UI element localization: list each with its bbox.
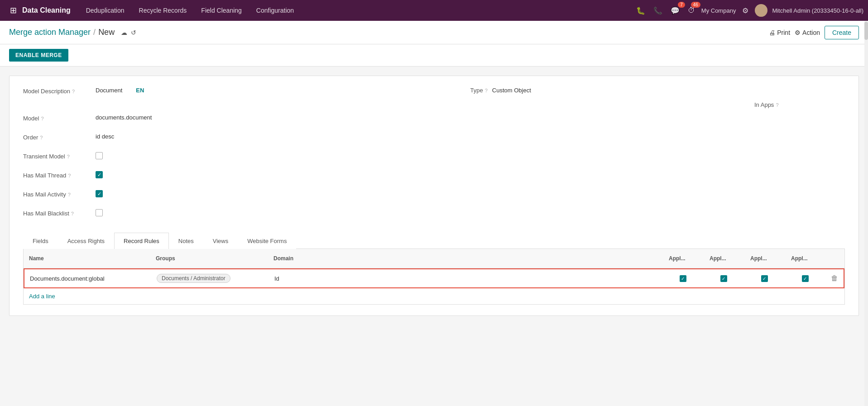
order-label: Order ? bbox=[23, 133, 96, 141]
has-mail-blacklist-help[interactable]: ? bbox=[71, 211, 74, 216]
col-domain: Domain bbox=[268, 253, 663, 264]
chat-badge-wrap[interactable]: 💬 7 bbox=[669, 5, 681, 17]
has-mail-blacklist-checkbox[interactable] bbox=[96, 209, 103, 216]
col-appl4: Appl... bbox=[786, 253, 826, 264]
type-help[interactable]: ? bbox=[485, 88, 488, 93]
type-col: Type ? Custom Object bbox=[470, 87, 531, 94]
tab-record-rules[interactable]: Record Rules bbox=[114, 233, 169, 249]
language-indicator: EN bbox=[136, 87, 144, 94]
has-mail-thread-row: Has Mail Thread ? bbox=[23, 171, 845, 184]
order-row: Order ? id desc bbox=[23, 133, 845, 146]
has-mail-activity-value bbox=[96, 190, 845, 197]
topnav-menu: Deduplication Recycle Records Field Clea… bbox=[79, 0, 301, 21]
grid-icon[interactable]: ⊞ bbox=[5, 5, 22, 15]
group-badge: Documents / Administrator bbox=[157, 274, 230, 283]
order-help[interactable]: ? bbox=[40, 135, 43, 140]
in-apps-col: In Apps ? bbox=[754, 101, 845, 108]
tab-fields[interactable]: Fields bbox=[23, 233, 58, 249]
tab-views[interactable]: Views bbox=[203, 233, 238, 249]
clock-badge-wrap[interactable]: ⏱ 46 bbox=[686, 5, 697, 16]
chat-badge: 7 bbox=[678, 2, 685, 8]
appl1-checkbox[interactable] bbox=[680, 275, 686, 282]
print-button[interactable]: 🖨 Print bbox=[769, 29, 790, 36]
row-appl1 bbox=[662, 272, 703, 286]
topnav: ⊞ Data Cleaning Deduplication Recycle Re… bbox=[0, 0, 868, 21]
col-groups: Groups bbox=[150, 253, 268, 264]
has-mail-activity-help[interactable]: ? bbox=[68, 192, 71, 197]
appl3-checkbox[interactable] bbox=[761, 275, 768, 282]
delete-icon[interactable]: 🗑 bbox=[831, 274, 838, 282]
table-row[interactable]: Documents.document:global Documents / Ad… bbox=[24, 268, 844, 288]
model-value: documents.document bbox=[96, 114, 845, 121]
has-mail-blacklist-row: Has Mail Blacklist ? bbox=[23, 209, 845, 222]
avatar[interactable] bbox=[755, 4, 767, 17]
add-line-button[interactable]: Add a line bbox=[24, 288, 844, 304]
row-name: Documents.document:global bbox=[24, 272, 151, 286]
brand-label: Data Cleaning bbox=[22, 6, 79, 14]
user-name[interactable]: Mitchell Admin (20333450-16-0-all) bbox=[772, 7, 863, 14]
has-mail-activity-checkbox[interactable] bbox=[96, 190, 103, 197]
menu-configuration[interactable]: Configuration bbox=[249, 0, 301, 21]
has-mail-thread-checkbox[interactable] bbox=[96, 171, 103, 178]
tab-access-rights[interactable]: Access Rights bbox=[58, 233, 114, 249]
transient-model-checkbox-wrap bbox=[96, 152, 103, 159]
svg-point-1 bbox=[757, 13, 766, 17]
row-delete: 🗑 bbox=[825, 271, 844, 286]
bug-icon[interactable]: 🐛 bbox=[634, 5, 647, 17]
row-group: Documents / Administrator bbox=[151, 270, 269, 287]
gear-icon: ⚙ bbox=[795, 29, 801, 36]
scroll-thumb[interactable] bbox=[864, 22, 868, 40]
model-description-help[interactable]: ? bbox=[72, 89, 75, 94]
tab-website-forms[interactable]: Website Forms bbox=[238, 233, 296, 249]
row-appl4 bbox=[785, 272, 825, 286]
tabs-bar: Fields Access Rights Record Rules Notes … bbox=[23, 233, 845, 249]
menu-field-cleaning[interactable]: Field Cleaning bbox=[194, 0, 249, 21]
scroll-track bbox=[864, 21, 868, 406]
enable-merge-button[interactable]: ENABLE MERGE bbox=[9, 49, 68, 62]
main-content: Model Description ? Document EN Type ? C… bbox=[0, 67, 868, 406]
transient-model-checkbox[interactable] bbox=[96, 152, 103, 159]
action-button[interactable]: ⚙ Action bbox=[795, 29, 820, 36]
appl4-checkbox[interactable] bbox=[802, 275, 809, 282]
row-appl2 bbox=[703, 272, 744, 286]
topnav-right: 🐛 📞 💬 7 ⏱ 46 My Company ⚙ Mitchell Admin… bbox=[634, 4, 863, 17]
in-apps-row: In Apps ? bbox=[23, 101, 845, 114]
has-mail-thread-label: Has Mail Thread ? bbox=[23, 171, 96, 179]
col-delete bbox=[826, 253, 844, 264]
record-rules-table: Name Groups Domain Appl... Appl... Appl.… bbox=[23, 249, 845, 305]
settings-icon[interactable]: ⚙ bbox=[740, 5, 750, 17]
menu-recycle-records[interactable]: Recycle Records bbox=[132, 0, 194, 21]
transient-model-value bbox=[96, 152, 845, 159]
breadcrumb-current: New bbox=[98, 28, 115, 37]
transient-model-help[interactable]: ? bbox=[67, 154, 70, 159]
appl2-checkbox[interactable] bbox=[720, 275, 727, 282]
model-label: Model ? bbox=[23, 114, 96, 122]
clock-badge: 46 bbox=[691, 2, 700, 8]
svg-point-0 bbox=[758, 6, 764, 11]
tab-notes[interactable]: Notes bbox=[169, 233, 203, 249]
row-appl3 bbox=[744, 272, 785, 286]
col-appl1: Appl... bbox=[663, 253, 704, 264]
print-icon: 🖨 bbox=[769, 29, 775, 36]
phone-icon[interactable]: 📞 bbox=[652, 5, 664, 17]
has-mail-blacklist-label: Has Mail Blacklist ? bbox=[23, 209, 96, 217]
breadcrumb-link[interactable]: Merge action Manager bbox=[9, 28, 91, 37]
form-card: Model Description ? Document EN Type ? C… bbox=[9, 76, 859, 316]
subheader: Merge action Manager / New ☁ ↺ 🖨 Print ⚙… bbox=[0, 21, 868, 44]
cloud-icon[interactable]: ☁ bbox=[121, 29, 127, 36]
spacer1 bbox=[23, 101, 96, 102]
subheader-actions: 🖨 Print ⚙ Action Create bbox=[769, 26, 859, 39]
in-apps-help[interactable]: ? bbox=[776, 102, 778, 108]
model-help[interactable]: ? bbox=[41, 116, 43, 121]
enable-merge-bar: ENABLE MERGE bbox=[0, 44, 868, 67]
col-appl2: Appl... bbox=[704, 253, 745, 264]
create-button[interactable]: Create bbox=[825, 26, 859, 39]
refresh-icon[interactable]: ↺ bbox=[131, 29, 136, 36]
has-mail-thread-help[interactable]: ? bbox=[68, 173, 71, 178]
has-mail-activity-label: Has Mail Activity ? bbox=[23, 190, 96, 198]
model-description-label: Model Description ? bbox=[23, 87, 96, 95]
transient-model-row: Transient Model ? bbox=[23, 152, 845, 165]
has-mail-activity-row: Has Mail Activity ? bbox=[23, 190, 845, 203]
menu-deduplication[interactable]: Deduplication bbox=[79, 0, 132, 21]
in-apps-label: In Apps ? bbox=[754, 101, 779, 108]
